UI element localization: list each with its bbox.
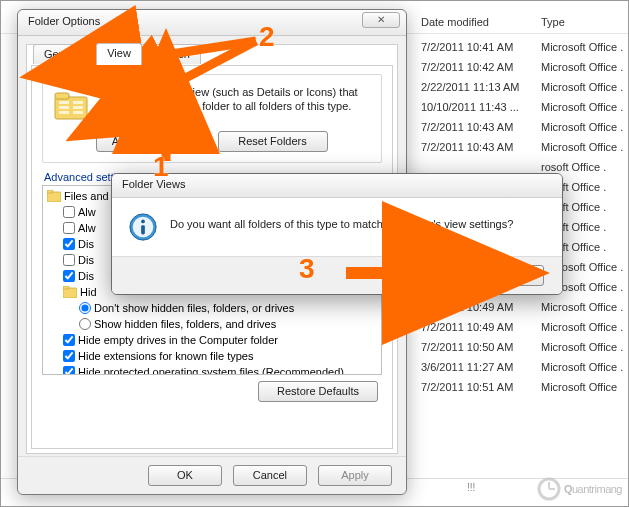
- file-type: Microsoft Office .: [541, 317, 629, 337]
- tree-item-label: Dis: [78, 238, 94, 250]
- info-icon: [128, 212, 158, 242]
- tree-checkbox[interactable]: [63, 334, 75, 346]
- tree-item-label: Show hidden files, folders, and drives: [94, 318, 276, 330]
- tree-radio[interactable]: [79, 302, 91, 314]
- tree-item[interactable]: Hide empty drives in the Computer folder: [45, 332, 379, 348]
- folder-options-titlebar[interactable]: Folder Options ✕: [18, 10, 406, 36]
- svg-rect-6: [73, 106, 83, 109]
- confirm-title: Folder Views: [122, 178, 185, 190]
- tree-checkbox[interactable]: [63, 238, 75, 250]
- tab-view[interactable]: View: [96, 43, 142, 65]
- no-button[interactable]: No: [472, 265, 544, 286]
- tree-radio[interactable]: [79, 318, 91, 330]
- tree-item-label: Hide empty drives in the Computer folder: [78, 334, 278, 346]
- close-button[interactable]: ✕: [362, 12, 400, 28]
- file-date: 7/2/2011 10:49 AM: [421, 297, 541, 317]
- svg-rect-1: [55, 93, 69, 99]
- file-type: Microsoft Office .: [541, 137, 629, 157]
- svg-rect-3: [59, 106, 69, 109]
- file-type: Microsoft Office .: [541, 97, 629, 117]
- tree-item-label: Alw: [78, 222, 96, 234]
- file-date: 7/2/2011 10:41 AM: [421, 37, 541, 57]
- reset-folders-button[interactable]: Reset Folders: [218, 131, 328, 152]
- svg-point-14: [141, 220, 145, 224]
- apply-to-folders-button[interactable]: Apply to Folders: [96, 131, 206, 152]
- svg-rect-10: [63, 288, 77, 298]
- restore-defaults-button[interactable]: Restore Defaults: [258, 381, 378, 402]
- folder-views-icon: [53, 87, 89, 123]
- folder-icon: [47, 190, 61, 202]
- svg-rect-2: [59, 101, 69, 104]
- tree-item-label: Hide extensions for known file types: [78, 350, 253, 362]
- yes-button[interactable]: Yes: [387, 265, 459, 286]
- tree-checkbox[interactable]: [63, 222, 75, 234]
- tree-item[interactable]: Hide protected operating system files (R…: [45, 364, 379, 375]
- tree-item[interactable]: Show hidden files, folders, and drives: [45, 316, 379, 332]
- tree-checkbox[interactable]: [63, 350, 75, 362]
- confirm-titlebar[interactable]: Folder Views: [112, 174, 562, 198]
- file-date: 7/2/2011 10:42 AM: [421, 57, 541, 77]
- tree-item-label: Dis: [78, 270, 94, 282]
- svg-rect-11: [63, 286, 69, 289]
- tree-item-label: Hide protected operating system files (R…: [78, 366, 344, 375]
- file-type: Microsoft Office .: [541, 77, 629, 97]
- folder-views-legend: Folder views: [51, 67, 121, 79]
- file-date: 7/2/2011 10:51 AM: [421, 377, 541, 397]
- tab-general[interactable]: General: [33, 44, 94, 64]
- tree-checkbox[interactable]: [63, 254, 75, 266]
- tree-item-label: Hid: [80, 286, 97, 298]
- ok-button[interactable]: OK: [148, 465, 222, 486]
- tree-item[interactable]: Hide extensions for known file types: [45, 348, 379, 364]
- file-type: Microsoft Office .: [541, 117, 629, 137]
- tree-checkbox[interactable]: [63, 270, 75, 282]
- tree-item-label: Dis: [78, 254, 94, 266]
- folder-views-group: Folder views: [42, 74, 382, 163]
- file-date: 3/6/2011 11:27 AM: [421, 357, 541, 377]
- file-date: 7/2/2011 10:49 AM: [421, 317, 541, 337]
- file-type: Microsoft Office .: [541, 297, 629, 317]
- folder-icon: [63, 286, 77, 298]
- folder-views-confirm-dialog: Folder Views Do you want all folders of …: [111, 173, 563, 295]
- cancel-button[interactable]: Cancel: [233, 465, 307, 486]
- file-type: Microsoft Office .: [541, 357, 629, 377]
- tree-item[interactable]: Don't show hidden files, folders, or dri…: [45, 300, 379, 316]
- selection-indicator: !!!: [467, 482, 475, 493]
- confirm-message: Do you want all folders of this type to …: [170, 218, 550, 230]
- svg-rect-8: [47, 192, 61, 202]
- svg-rect-4: [59, 111, 69, 114]
- folder-options-title: Folder Options: [28, 15, 100, 27]
- file-type: Microsoft Office .: [541, 57, 629, 77]
- tab-strip: General View Search: [33, 43, 200, 65]
- svg-rect-9: [47, 190, 53, 193]
- folder-options-footer: OK Cancel Apply: [18, 456, 406, 494]
- file-date: 7/2/2011 10:43 AM: [421, 137, 541, 157]
- file-type: Microsoft Office: [541, 377, 629, 397]
- file-type: Microsoft Office .: [541, 37, 629, 57]
- column-date-modified[interactable]: Date modified: [421, 16, 489, 28]
- apply-button[interactable]: Apply: [318, 465, 392, 486]
- tree-item-label: Alw: [78, 206, 96, 218]
- file-date: 7/2/2011 10:50 AM: [421, 337, 541, 357]
- tree-checkbox[interactable]: [63, 206, 75, 218]
- file-date: 2/22/2011 11:13 AM: [421, 77, 541, 97]
- column-type[interactable]: Type: [541, 16, 565, 28]
- svg-rect-15: [141, 225, 145, 234]
- tree-checkbox[interactable]: [63, 366, 75, 375]
- svg-rect-5: [73, 101, 83, 104]
- file-date: 10/10/2011 11:43 ...: [421, 97, 541, 117]
- file-type: Microsoft Office .: [541, 337, 629, 357]
- svg-rect-7: [73, 111, 83, 114]
- file-date: 7/2/2011 10:43 AM: [421, 117, 541, 137]
- tab-search[interactable]: Search: [144, 44, 201, 64]
- tree-item-label: Don't show hidden files, folders, or dri…: [94, 302, 294, 314]
- folder-views-description: You can apply the view (such as Details …: [97, 85, 371, 125]
